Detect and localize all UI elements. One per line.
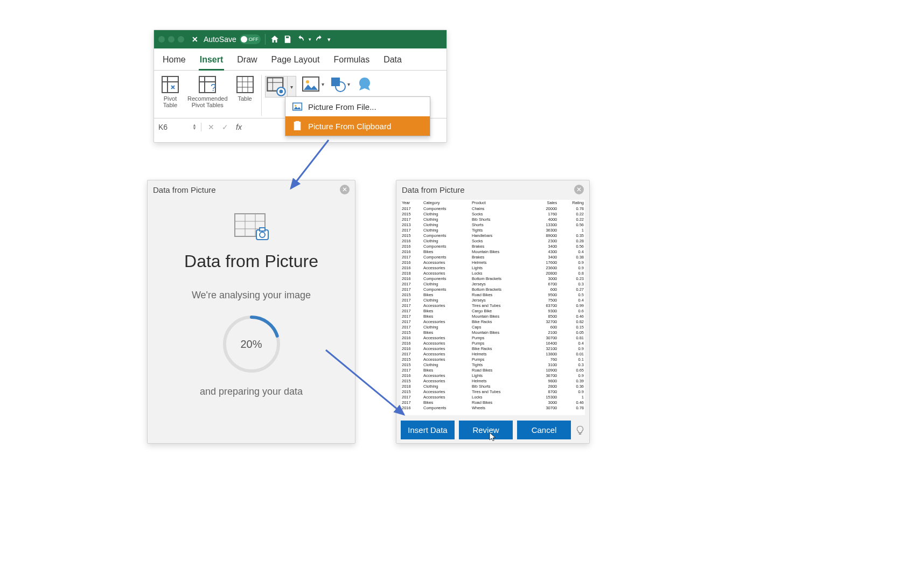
table-row[interactable]: 2018ClothingBib Shorts28000.36	[401, 383, 585, 389]
review-button[interactable]: Review	[459, 421, 513, 439]
data-from-picture-icon	[233, 212, 270, 242]
table-row[interactable]: 2016AccessoriesLights367000.9	[401, 373, 585, 378]
table-row[interactable]: 2016ComponentsWheels307000.78	[401, 405, 585, 410]
table-row[interactable]: 2017ClothingTights363001	[401, 227, 585, 233]
svg-point-18	[306, 80, 309, 83]
cancel-formula-icon[interactable]: ✕	[208, 123, 214, 131]
table-row[interactable]: 2016ComponentsBottom Brackets30000.23	[401, 276, 585, 281]
accept-formula-icon[interactable]: ✓	[222, 123, 228, 131]
progress-spinner: 20%	[219, 312, 284, 376]
cell-reference: K6	[158, 123, 168, 131]
table-row[interactable]: 2016AccessoriesPumps164000.4	[401, 340, 585, 346]
table-row[interactable]: 2017ComponentsBrakes34000.38	[401, 254, 585, 260]
table-row[interactable]: 2015BikesMountain Bikes21000.05	[401, 330, 585, 335]
table-row[interactable]: 2016AccessoriesPumps307000.81	[401, 335, 585, 340]
processing-heading: Data from Picture	[164, 251, 339, 271]
table-row[interactable]: 2017ClothingJerseys75000.4	[401, 297, 585, 303]
table-row[interactable]: 2016ComponentsBrakes34000.56	[401, 243, 585, 249]
table-row[interactable]: 2015AccessoriesHelmets98000.39	[401, 378, 585, 383]
table-row[interactable]: 2013ClothingShorts133000.56	[401, 222, 585, 227]
undo-icon[interactable]	[296, 34, 305, 44]
table-row[interactable]: 2017AccessoriesLocks153001	[401, 394, 585, 400]
tab-home[interactable]: Home	[162, 53, 187, 70]
table-row[interactable]: 2015BikesRoad Bikes95000.5	[401, 292, 585, 297]
undo-dropdown-icon[interactable]: ▾	[309, 37, 311, 42]
picture-from-file-item[interactable]: Picture From File...	[285, 97, 430, 116]
data-from-picture-results-pane: Data from Picture ✕ YearCategoryProductS…	[396, 180, 590, 444]
window-controls[interactable]	[158, 36, 184, 43]
name-box[interactable]: K6 ▲▼	[154, 123, 201, 131]
excel-ribbon-window: ✕ AutoSave OFF ▾ ▾ Home Insert Draw Page…	[154, 30, 447, 143]
table-row[interactable]: 2017ComponentsBottom Brackets6000.27	[401, 286, 585, 292]
table-row[interactable]: 2016AccessoriesLights236000.9	[401, 265, 585, 270]
table-row[interactable]: 2017AccessoriesBike Racks327000.82	[401, 319, 585, 324]
shapes-button[interactable]: ▾	[330, 76, 350, 92]
table-row[interactable]: 2017ClothingBib Shorts40000.22	[401, 216, 585, 222]
close-icon[interactable]: ✕	[574, 185, 584, 194]
processing-subtext-2: and preparing your data	[164, 386, 339, 397]
table-button[interactable]: Table	[232, 74, 258, 117]
svg-rect-24	[296, 121, 299, 123]
table-row[interactable]: 2017ClothingJerseys67000.3	[401, 281, 585, 286]
illustrations-picture-button[interactable]: ▾	[302, 76, 324, 92]
table-row[interactable]: 2016BikesMountain Bikes43000.4	[401, 249, 585, 254]
recommended-pivot-button[interactable]: ? Recommended Pivot Tables	[184, 74, 231, 117]
svg-point-16	[279, 90, 283, 94]
tab-draw[interactable]: Draw	[236, 53, 258, 70]
table-row[interactable]: 2017BikesRoad Bikes109000.65	[401, 367, 585, 373]
table-row[interactable]: 2016AccessoriesBike Racks321000.9	[401, 346, 585, 351]
picture-from-file-label: Picture From File...	[308, 102, 376, 111]
table-row[interactable]: 2017BikesMountain Bikes85000.46	[401, 313, 585, 319]
svg-rect-7	[237, 76, 253, 93]
home-icon[interactable]	[270, 34, 280, 44]
cancel-button[interactable]: Cancel	[517, 421, 571, 439]
data-from-picture-processing-pane: Data from Picture ✕ Data from Picture We…	[147, 180, 355, 444]
picture-file-icon	[292, 101, 303, 112]
column-header: Year	[401, 200, 422, 206]
table-row[interactable]: 2015AccessoriesTires and Tubes87000.9	[401, 389, 585, 394]
tab-formulas[interactable]: Formulas	[332, 53, 371, 70]
table-row[interactable]: 2017BikesRoad Bikes30000.46	[401, 400, 585, 405]
pivot-table-button[interactable]: Pivot Table	[157, 74, 183, 117]
traffic-close[interactable]	[158, 36, 165, 43]
lightbulb-icon[interactable]	[575, 425, 585, 435]
svg-point-22	[295, 105, 296, 107]
results-table[interactable]: YearCategoryProductSalesRating2017Compon…	[401, 200, 585, 415]
tab-insert[interactable]: Insert	[199, 53, 225, 71]
table-row[interactable]: 2016AccessoriesHelmets176000.9	[401, 260, 585, 265]
table-row[interactable]: 2017ComponentsChains200000.78	[401, 206, 585, 211]
tab-data[interactable]: Data	[382, 53, 403, 70]
traffic-min[interactable]	[168, 36, 175, 43]
table-row[interactable]: 2016ClothingSocks23000.28	[401, 238, 585, 243]
table-row[interactable]: 2017ClothingCaps6000.15	[401, 324, 585, 330]
data-from-picture-icon	[266, 76, 287, 97]
column-header: Sales	[532, 200, 558, 206]
close-icon[interactable]: ✕	[192, 35, 198, 44]
column-header: Rating	[558, 200, 585, 206]
table-row[interactable]: 2017AccessoriesTires and Tubes637000.99	[401, 303, 585, 308]
icons-button[interactable]	[355, 76, 374, 93]
redo-icon[interactable]	[315, 34, 324, 44]
table-row[interactable]: 2017AccessoriesHelmets138000.01	[401, 351, 585, 356]
picture-from-clipboard-item[interactable]: Picture From Clipboard	[285, 116, 430, 136]
traffic-max[interactable]	[178, 36, 184, 43]
table-row[interactable]: 2015ClothingSocks17600.22	[401, 211, 585, 216]
svg-text:?: ?	[211, 82, 216, 93]
name-box-stepper-icon[interactable]: ▲▼	[192, 124, 197, 130]
table-row[interactable]: 2015AccessoriesPumps7600.1	[401, 356, 585, 362]
svg-point-20	[336, 82, 345, 92]
table-row[interactable]: 2015ComponentsHandlebars890000.35	[401, 233, 585, 238]
tab-page-layout[interactable]: Page Layout	[270, 53, 321, 70]
fx-icon[interactable]: fx	[236, 123, 242, 131]
table-row[interactable]: 2018AccessoriesLocks208000.8	[401, 270, 585, 276]
qat-more-icon[interactable]: ▾	[327, 36, 331, 43]
insert-data-button[interactable]: Insert Data	[401, 421, 455, 439]
autosave-toggle[interactable]: OFF	[240, 34, 261, 44]
table-row[interactable]: 2015ClothingTights31000.3	[401, 362, 585, 367]
pictures-dropdown[interactable]: ▾	[265, 76, 296, 97]
table-row[interactable]: 2017BikesCargo Bike93000.6	[401, 308, 585, 313]
close-icon[interactable]: ✕	[340, 185, 350, 194]
save-icon[interactable]	[283, 34, 292, 44]
pivot-table-label: Pivot Table	[161, 95, 180, 108]
processing-subtext-1: We're analysing your image	[164, 290, 339, 301]
